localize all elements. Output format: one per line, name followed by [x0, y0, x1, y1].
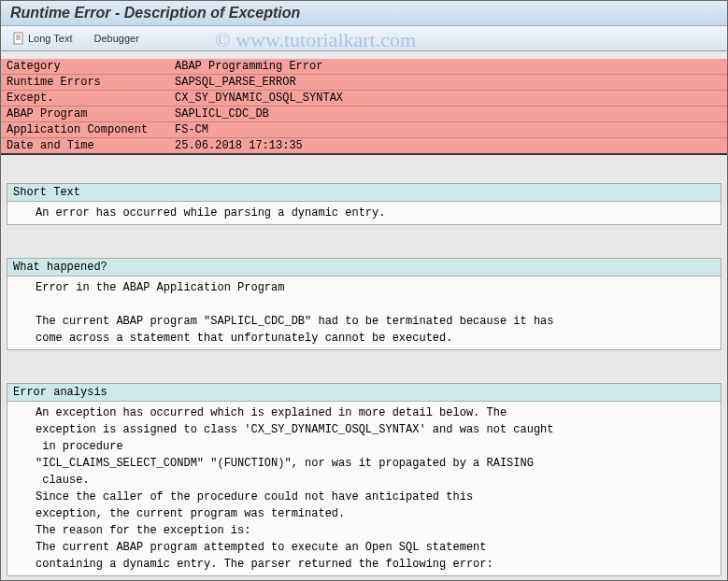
- title-bar: Runtime Error - Description of Exception: [1, 1, 727, 26]
- debugger-button[interactable]: Debugger: [91, 31, 143, 46]
- what-happened-body: Error in the ABAP Application Program Th…: [7, 276, 721, 349]
- abap-program-label: ABAP Program: [1, 106, 169, 122]
- error-analysis-body: An exception has occurred which is expla…: [7, 402, 721, 575]
- table-row: Except. CX_SY_DYNAMIC_OSQL_SYNTAX: [1, 91, 727, 106]
- datetime-value: 25.06.2018 17:13:35: [169, 138, 727, 155]
- datetime-label: Date and Time: [1, 138, 169, 155]
- short-text-section: Short Text An error has occurred while p…: [7, 183, 721, 225]
- toolbar: Long Text Debugger: [1, 26, 727, 51]
- svg-rect-0: [14, 33, 22, 44]
- table-row: Runtime Errors SAPSQL_PARSE_ERROR: [1, 75, 727, 91]
- error-analysis-header: Error analysis: [7, 384, 721, 402]
- table-row: Date and Time 25.06.2018 17:13:35: [1, 138, 727, 155]
- app-component-label: Application Component: [1, 122, 169, 138]
- what-happened-header: What happened?: [7, 259, 721, 276]
- error-info-table: Category ABAP Programming Error Runtime …: [1, 59, 727, 155]
- abap-program-value: SAPLICL_CDC_DB: [169, 106, 727, 122]
- app-component-value: FS-CM: [169, 122, 727, 138]
- table-row: ABAP Program SAPLICL_CDC_DB: [1, 106, 727, 122]
- debugger-label: Debugger: [94, 33, 139, 44]
- document-icon: [12, 32, 25, 45]
- what-happened-section: What happened? Error in the ABAP Applica…: [7, 258, 721, 350]
- window-title: Runtime Error - Description of Exception: [10, 5, 718, 21]
- category-label: Category: [1, 59, 169, 75]
- except-value: CX_SY_DYNAMIC_OSQL_SYNTAX: [169, 91, 727, 106]
- except-label: Except.: [1, 91, 169, 106]
- error-window: Runtime Error - Description of Exception…: [0, 0, 728, 581]
- category-value: ABAP Programming Error: [169, 59, 727, 75]
- table-row: Application Component FS-CM: [1, 122, 727, 138]
- short-text-header: Short Text: [7, 184, 721, 202]
- runtime-errors-label: Runtime Errors: [1, 75, 169, 91]
- long-text-button[interactable]: Long Text: [8, 30, 77, 47]
- short-text-body: An error has occurred while parsing a dy…: [7, 202, 721, 224]
- long-text-label: Long Text: [28, 33, 73, 44]
- content-area: Category ABAP Programming Error Runtime …: [1, 59, 727, 576]
- table-row: Category ABAP Programming Error: [1, 59, 727, 75]
- runtime-errors-value: SAPSQL_PARSE_ERROR: [169, 75, 727, 91]
- error-analysis-section: Error analysis An exception has occurred…: [7, 383, 721, 576]
